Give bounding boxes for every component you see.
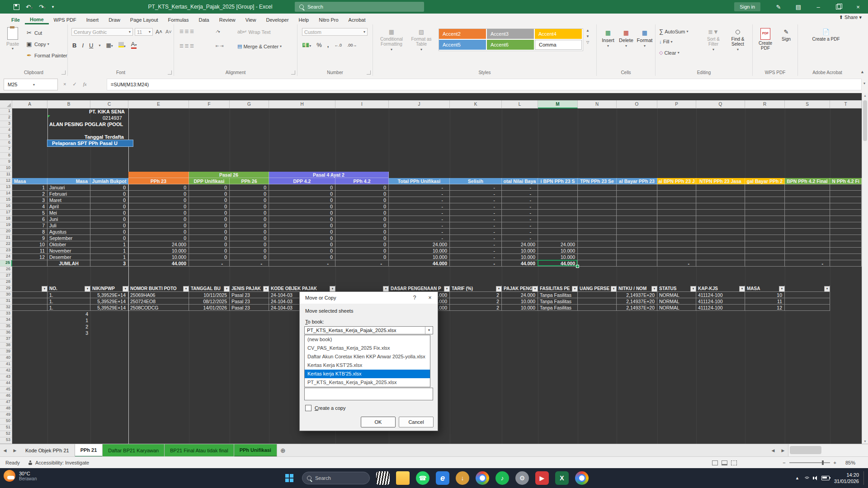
sign-in-button[interactable]: Sign in (734, 2, 760, 11)
cell-F20[interactable]: 0 (189, 229, 230, 235)
horizontal-scrollbar[interactable] (788, 444, 868, 457)
cell-A18[interactable]: 6 (12, 216, 47, 222)
cell-M22[interactable]: 24.000 (538, 241, 578, 248)
cell-L13[interactable]: - (502, 184, 538, 191)
ribbon-tab-developer[interactable]: Developer (261, 15, 293, 24)
row-header-51[interactable]: 51 (0, 425, 12, 431)
cell-F14[interactable]: 0 (189, 191, 230, 197)
cut-button[interactable]: ✂Cut (25, 29, 42, 37)
cell-A20[interactable]: 8 (12, 229, 47, 235)
row-header-24[interactable]: 24 (0, 254, 12, 260)
row-header-48[interactable]: 48 (0, 406, 12, 412)
row-header-13[interactable]: 13 (0, 184, 12, 191)
ribbon-tab-page-layout[interactable]: Page Layout (125, 15, 163, 24)
spotify-icon[interactable]: ♪ (495, 471, 509, 485)
cell-style-accent2[interactable]: Accent2 (439, 29, 486, 39)
fill-handle[interactable] (576, 265, 579, 268)
ribbon-tab-help[interactable]: Help (294, 15, 314, 24)
cell-R19[interactable] (745, 222, 785, 229)
cell-E24[interactable]: 10.000 (128, 254, 189, 260)
excel-icon[interactable]: X (555, 471, 569, 485)
table-header-C[interactable]: Jumlah Bukpot (90, 178, 128, 184)
autosum-button[interactable]: ∑AutoSum ▾ (659, 28, 689, 35)
cell-K22[interactable]: - (450, 241, 502, 248)
combobox-chevron-icon[interactable]: ▾ (425, 327, 433, 334)
cell-S17[interactable] (785, 210, 830, 216)
cell-R21[interactable] (745, 235, 785, 241)
cell-C24[interactable]: 1 (90, 254, 128, 260)
cell-K25[interactable]: - (450, 260, 502, 267)
filter-icon-P[interactable]: ▾ (690, 286, 696, 292)
column-header-Q[interactable]: Q (696, 100, 745, 108)
zoom-in-icon[interactable]: + (834, 460, 836, 465)
format-painter-button[interactable]: ✒Format Painter (25, 52, 67, 59)
cell-style-accent6[interactable]: Accent6 (487, 40, 534, 50)
table-header-Q[interactable]: NTPN PPh 23 Jasa (696, 178, 745, 184)
ribbon-display-options-icon[interactable]: ▤ (788, 0, 808, 14)
cell-A17[interactable]: 5 (12, 210, 47, 216)
cell-P25[interactable]: - (657, 260, 696, 267)
cell-H20[interactable]: 0 (269, 229, 335, 235)
cell-A21[interactable]: 9 (12, 235, 47, 241)
cell-B22[interactable]: Oktober (47, 241, 90, 248)
cell-H14[interactable]: 0 (269, 191, 335, 197)
row-header-43[interactable]: 43 (0, 374, 12, 380)
clear-button[interactable]: ◇Clear ▾ (659, 50, 679, 56)
filter-icon-O[interactable]: ▾ (651, 286, 657, 292)
bukti-cell-S32[interactable] (785, 305, 830, 311)
bukti-cell-L32[interactable]: 10.000 (502, 305, 538, 311)
collapse-ribbon-icon[interactable]: ▲ (860, 70, 864, 74)
cell-G23[interactable]: 0 (230, 248, 269, 254)
row-header-31[interactable]: 31 (0, 298, 12, 305)
bukti-cell-B31[interactable]: 1. (47, 298, 90, 305)
bukti-cell-K30[interactable]: 2 (450, 292, 502, 298)
bukti-cell-L31[interactable]: 10.000 (502, 298, 538, 305)
cell-style-accent3[interactable]: Accent3 (487, 29, 534, 39)
cell-P22[interactable] (657, 241, 696, 248)
cell-R16[interactable] (745, 203, 785, 210)
cell-P20[interactable] (657, 229, 696, 235)
file-explorer-icon[interactable] (396, 471, 410, 485)
cell-E23[interactable]: 10.000 (128, 248, 189, 254)
row-header-27[interactable]: 27 (0, 273, 12, 279)
row-header-45[interactable]: 45 (0, 387, 12, 393)
bukti-cell-P32[interactable]: NORMAL (657, 305, 696, 311)
table-header-S[interactable]: BPN PPh 4.2 Final (785, 178, 830, 184)
cell-G14[interactable]: 0 (230, 191, 269, 197)
cell-E19[interactable]: 0 (128, 222, 189, 229)
group-header-pph23[interactable] (128, 172, 189, 178)
alignment-launcher-icon[interactable] (291, 70, 295, 75)
cell-I23[interactable]: 0 (335, 248, 389, 254)
cell-K19[interactable]: - (450, 222, 502, 229)
format-as-table-button[interactable]: ▧ Format as Table▾ (407, 28, 435, 52)
cell-A19[interactable]: 7 (12, 222, 47, 229)
conditional-formatting-button[interactable]: ▦ Conditional Formatting▾ (377, 28, 406, 52)
filter-icon-S[interactable]: ▾ (824, 286, 830, 292)
cell-L14[interactable]: - (502, 191, 538, 197)
dialog-title-bar[interactable]: Move or Copy ? × (300, 292, 438, 304)
cell-L24[interactable]: 10.000 (502, 254, 538, 260)
cell-B19[interactable]: Juli (47, 222, 90, 229)
ok-button[interactable]: OK (361, 417, 396, 427)
cell-I19[interactable]: 0 (335, 222, 389, 229)
row-header-36[interactable]: 36 (0, 330, 12, 336)
horizontal-align-buttons[interactable]: ☰ ☰ ☰ (179, 43, 193, 48)
cell-J21[interactable]: - (389, 235, 450, 241)
cell-J15[interactable]: - (389, 197, 450, 203)
cell-O13[interactable] (617, 184, 657, 191)
cell-O14[interactable] (617, 191, 657, 197)
bukti-cell-A32[interactable] (12, 305, 47, 311)
filter-icon-F[interactable]: ▾ (224, 286, 230, 292)
workbook-option-3[interactable]: Kertas Kerja KST'25.xlsx (305, 361, 430, 370)
cell-C17[interactable]: 0 (90, 210, 128, 216)
delete-cells-button[interactable]: ▦Delete▾ (618, 29, 635, 48)
row-header-38[interactable]: 38 (0, 343, 12, 349)
column-header-M[interactable]: M (538, 100, 578, 108)
bukti-cell-Q32[interactable]: 411124-100 (696, 305, 745, 311)
cell-I25[interactable]: - (335, 260, 389, 267)
cell-E25[interactable]: 44.000 (128, 260, 189, 267)
row-header-20[interactable]: 20 (0, 229, 12, 235)
cell-J22[interactable]: 24.000 (389, 241, 450, 248)
bukti-header-K[interactable]: TARIF (%) (450, 286, 502, 292)
cell-M20[interactable] (538, 229, 578, 235)
